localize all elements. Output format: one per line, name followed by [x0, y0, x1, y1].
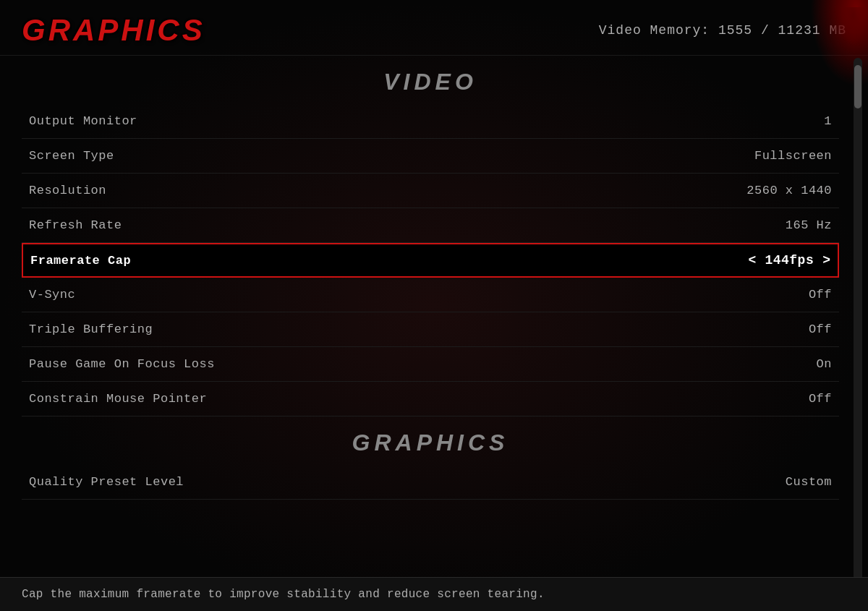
screen-type-value: Fullscreen	[754, 149, 832, 163]
constrain-mouse-value: Off	[809, 392, 832, 406]
framerate-cap-right-arrow[interactable]: >	[822, 253, 830, 268]
constrain-mouse-label: Constrain Mouse Pointer	[29, 392, 207, 406]
graphics-section-header: GRAPHICS	[22, 416, 839, 465]
main-content: VIDEO Output Monitor 1 Screen Type Fulls…	[0, 56, 868, 500]
output-monitor-value: 1	[824, 114, 832, 128]
setting-pause-game-focus[interactable]: Pause Game On Focus Loss On	[22, 347, 839, 382]
framerate-cap-left-arrow[interactable]: <	[749, 253, 757, 268]
setting-quality-preset[interactable]: Quality Preset Level Custom	[22, 465, 839, 500]
setting-resolution[interactable]: Resolution 2560 x 1440	[22, 174, 839, 208]
triple-buffering-value: Off	[809, 322, 832, 336]
graphics-section-title: GRAPHICS	[352, 430, 509, 456]
setting-output-monitor[interactable]: Output Monitor 1	[22, 104, 839, 139]
page-title: GRAPHICS	[22, 13, 205, 48]
framerate-cap-controls: < 144fps >	[749, 253, 830, 268]
quality-preset-value: Custom	[786, 475, 832, 489]
setting-screen-type[interactable]: Screen Type Fullscreen	[22, 139, 839, 174]
refresh-rate-value: 165 Hz	[786, 218, 832, 232]
setting-framerate-cap[interactable]: Framerate Cap < 144fps >	[22, 243, 839, 278]
description-bar: Cap the maximum framerate to improve sta…	[0, 577, 868, 611]
setting-triple-buffering[interactable]: Triple Buffering Off	[22, 312, 839, 347]
memory-info: Video Memory: 1555 / 11231 MB	[599, 23, 846, 38]
pause-game-focus-label: Pause Game On Focus Loss	[29, 357, 215, 371]
framerate-cap-label: Framerate Cap	[30, 254, 131, 268]
triple-buffering-label: Triple Buffering	[29, 322, 153, 336]
framerate-cap-value: 144fps	[765, 253, 814, 268]
video-section-title: VIDEO	[383, 69, 477, 95]
video-settings-list: Output Monitor 1 Screen Type Fullscreen …	[22, 104, 839, 416]
graphics-settings-list: Quality Preset Level Custom	[22, 465, 839, 500]
setting-v-sync[interactable]: V-Sync Off	[22, 278, 839, 312]
refresh-rate-label: Refresh Rate	[29, 218, 122, 232]
setting-refresh-rate[interactable]: Refresh Rate 165 Hz	[22, 208, 839, 243]
quality-preset-label: Quality Preset Level	[29, 475, 184, 489]
description-text: Cap the maximum framerate to improve sta…	[22, 588, 545, 601]
setting-constrain-mouse[interactable]: Constrain Mouse Pointer Off	[22, 382, 839, 416]
screen-type-label: Screen Type	[29, 149, 114, 163]
pause-game-focus-value: On	[817, 357, 832, 371]
header: GRAPHICS Video Memory: 1555 / 11231 MB	[0, 0, 868, 56]
resolution-value: 2560 x 1440	[746, 184, 832, 197]
output-monitor-label: Output Monitor	[29, 114, 137, 128]
video-section-header: VIDEO	[22, 56, 839, 104]
v-sync-value: Off	[809, 288, 832, 302]
v-sync-label: V-Sync	[29, 288, 75, 302]
resolution-label: Resolution	[29, 184, 106, 197]
